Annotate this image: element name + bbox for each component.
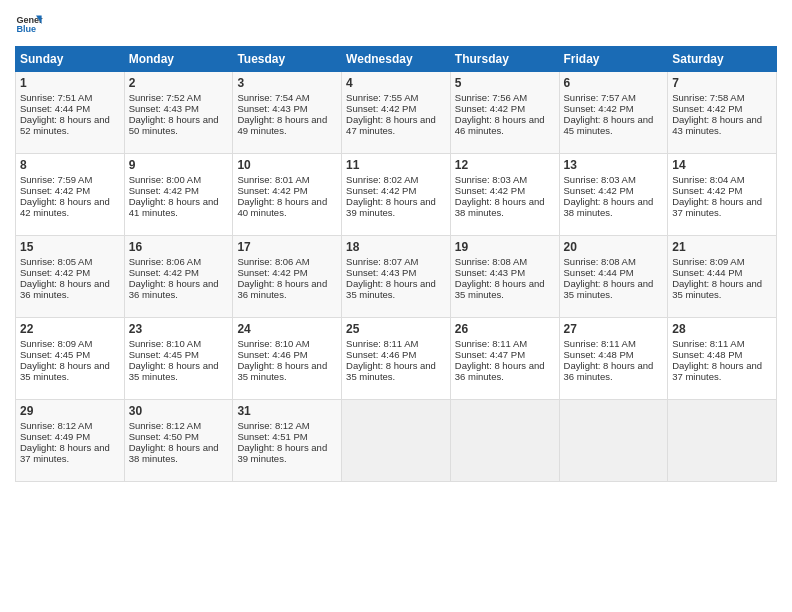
sunrise-text: Sunrise: 8:04 AM [672, 174, 772, 185]
sunrise-text: Sunrise: 8:05 AM [20, 256, 120, 267]
calendar-cell: 18Sunrise: 8:07 AMSunset: 4:43 PMDayligh… [342, 236, 451, 318]
sunrise-text: Sunrise: 7:59 AM [20, 174, 120, 185]
header-row: SundayMondayTuesdayWednesdayThursdayFrid… [16, 47, 777, 72]
sunset-text: Sunset: 4:45 PM [20, 349, 120, 360]
calendar-cell: 8Sunrise: 7:59 AMSunset: 4:42 PMDaylight… [16, 154, 125, 236]
sunset-text: Sunset: 4:42 PM [564, 103, 664, 114]
sunrise-text: Sunrise: 7:57 AM [564, 92, 664, 103]
daylight-text: Daylight: 8 hours and 49 minutes. [237, 114, 337, 136]
day-number: 10 [237, 158, 337, 172]
calendar-cell: 12Sunrise: 8:03 AMSunset: 4:42 PMDayligh… [450, 154, 559, 236]
calendar-cell: 13Sunrise: 8:03 AMSunset: 4:42 PMDayligh… [559, 154, 668, 236]
header-cell-saturday: Saturday [668, 47, 777, 72]
sunset-text: Sunset: 4:42 PM [564, 185, 664, 196]
calendar-cell: 27Sunrise: 8:11 AMSunset: 4:48 PMDayligh… [559, 318, 668, 400]
sunrise-text: Sunrise: 8:06 AM [237, 256, 337, 267]
calendar-cell: 20Sunrise: 8:08 AMSunset: 4:44 PMDayligh… [559, 236, 668, 318]
daylight-text: Daylight: 8 hours and 45 minutes. [564, 114, 664, 136]
sunset-text: Sunset: 4:43 PM [237, 103, 337, 114]
day-number: 18 [346, 240, 446, 254]
daylight-text: Daylight: 8 hours and 47 minutes. [346, 114, 446, 136]
day-number: 26 [455, 322, 555, 336]
day-number: 12 [455, 158, 555, 172]
sunset-text: Sunset: 4:42 PM [237, 185, 337, 196]
sunset-text: Sunset: 4:42 PM [346, 185, 446, 196]
day-number: 28 [672, 322, 772, 336]
daylight-text: Daylight: 8 hours and 35 minutes. [20, 360, 120, 382]
sunrise-text: Sunrise: 8:02 AM [346, 174, 446, 185]
daylight-text: Daylight: 8 hours and 42 minutes. [20, 196, 120, 218]
sunrise-text: Sunrise: 8:11 AM [455, 338, 555, 349]
sunrise-text: Sunrise: 7:58 AM [672, 92, 772, 103]
calendar-week-3: 22Sunrise: 8:09 AMSunset: 4:45 PMDayligh… [16, 318, 777, 400]
day-number: 24 [237, 322, 337, 336]
calendar-cell: 21Sunrise: 8:09 AMSunset: 4:44 PMDayligh… [668, 236, 777, 318]
calendar-week-2: 15Sunrise: 8:05 AMSunset: 4:42 PMDayligh… [16, 236, 777, 318]
header-cell-friday: Friday [559, 47, 668, 72]
sunset-text: Sunset: 4:42 PM [346, 103, 446, 114]
sunset-text: Sunset: 4:42 PM [672, 185, 772, 196]
daylight-text: Daylight: 8 hours and 35 minutes. [564, 278, 664, 300]
sunset-text: Sunset: 4:42 PM [129, 267, 229, 278]
header-cell-sunday: Sunday [16, 47, 125, 72]
daylight-text: Daylight: 8 hours and 35 minutes. [237, 360, 337, 382]
daylight-text: Daylight: 8 hours and 52 minutes. [20, 114, 120, 136]
day-number: 5 [455, 76, 555, 90]
calendar-cell: 16Sunrise: 8:06 AMSunset: 4:42 PMDayligh… [124, 236, 233, 318]
day-number: 17 [237, 240, 337, 254]
calendar-week-4: 29Sunrise: 8:12 AMSunset: 4:49 PMDayligh… [16, 400, 777, 482]
sunset-text: Sunset: 4:48 PM [672, 349, 772, 360]
sunrise-text: Sunrise: 7:56 AM [455, 92, 555, 103]
calendar-header: SundayMondayTuesdayWednesdayThursdayFrid… [16, 47, 777, 72]
daylight-text: Daylight: 8 hours and 37 minutes. [672, 196, 772, 218]
day-number: 1 [20, 76, 120, 90]
sunset-text: Sunset: 4:44 PM [564, 267, 664, 278]
day-number: 31 [237, 404, 337, 418]
calendar-cell: 25Sunrise: 8:11 AMSunset: 4:46 PMDayligh… [342, 318, 451, 400]
sunset-text: Sunset: 4:42 PM [20, 267, 120, 278]
day-number: 22 [20, 322, 120, 336]
sunrise-text: Sunrise: 8:12 AM [20, 420, 120, 431]
calendar-cell [342, 400, 451, 482]
sunset-text: Sunset: 4:49 PM [20, 431, 120, 442]
sunset-text: Sunset: 4:45 PM [129, 349, 229, 360]
daylight-text: Daylight: 8 hours and 37 minutes. [20, 442, 120, 464]
daylight-text: Daylight: 8 hours and 36 minutes. [20, 278, 120, 300]
sunset-text: Sunset: 4:50 PM [129, 431, 229, 442]
calendar-cell: 31Sunrise: 8:12 AMSunset: 4:51 PMDayligh… [233, 400, 342, 482]
daylight-text: Daylight: 8 hours and 36 minutes. [455, 360, 555, 382]
sunrise-text: Sunrise: 8:07 AM [346, 256, 446, 267]
daylight-text: Daylight: 8 hours and 35 minutes. [129, 360, 229, 382]
calendar-cell [559, 400, 668, 482]
sunset-text: Sunset: 4:42 PM [237, 267, 337, 278]
calendar-cell: 28Sunrise: 8:11 AMSunset: 4:48 PMDayligh… [668, 318, 777, 400]
daylight-text: Daylight: 8 hours and 43 minutes. [672, 114, 772, 136]
sunrise-text: Sunrise: 8:10 AM [237, 338, 337, 349]
sunrise-text: Sunrise: 8:12 AM [129, 420, 229, 431]
sunrise-text: Sunrise: 8:03 AM [564, 174, 664, 185]
daylight-text: Daylight: 8 hours and 38 minutes. [129, 442, 229, 464]
calendar-cell [668, 400, 777, 482]
header-cell-wednesday: Wednesday [342, 47, 451, 72]
sunrise-text: Sunrise: 7:51 AM [20, 92, 120, 103]
day-number: 4 [346, 76, 446, 90]
sunset-text: Sunset: 4:42 PM [672, 103, 772, 114]
daylight-text: Daylight: 8 hours and 40 minutes. [237, 196, 337, 218]
sunrise-text: Sunrise: 7:52 AM [129, 92, 229, 103]
daylight-text: Daylight: 8 hours and 39 minutes. [346, 196, 446, 218]
daylight-text: Daylight: 8 hours and 38 minutes. [564, 196, 664, 218]
page-header: General Blue [15, 10, 777, 38]
sunset-text: Sunset: 4:44 PM [672, 267, 772, 278]
sunset-text: Sunset: 4:47 PM [455, 349, 555, 360]
day-number: 23 [129, 322, 229, 336]
calendar-week-1: 8Sunrise: 7:59 AMSunset: 4:42 PMDaylight… [16, 154, 777, 236]
sunset-text: Sunset: 4:42 PM [129, 185, 229, 196]
sunrise-text: Sunrise: 8:11 AM [564, 338, 664, 349]
daylight-text: Daylight: 8 hours and 35 minutes. [455, 278, 555, 300]
day-number: 21 [672, 240, 772, 254]
page-container: General Blue SundayMondayTuesdayWednesda… [0, 0, 792, 492]
day-number: 15 [20, 240, 120, 254]
sunset-text: Sunset: 4:48 PM [564, 349, 664, 360]
svg-text:Blue: Blue [16, 24, 36, 34]
sunrise-text: Sunrise: 8:00 AM [129, 174, 229, 185]
